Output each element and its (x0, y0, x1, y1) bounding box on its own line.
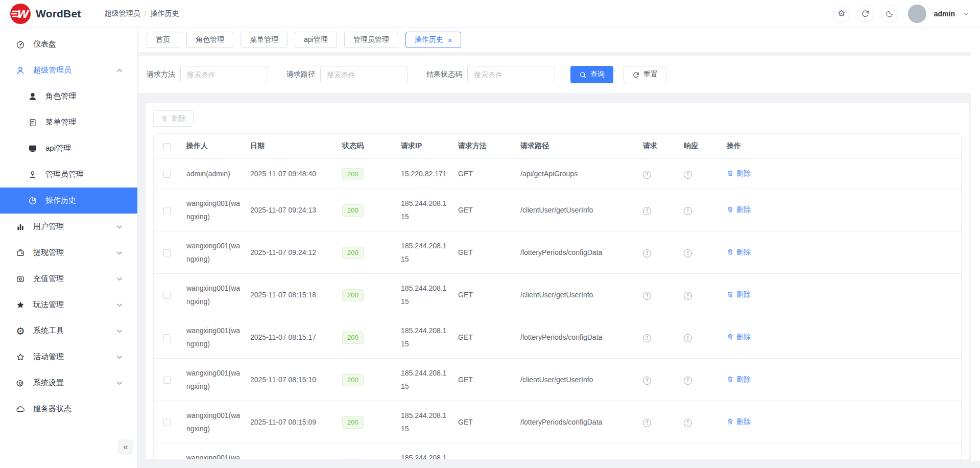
cell-response: ! (680, 159, 723, 189)
tab-label: 操作历史 (415, 35, 443, 44)
row-checkbox[interactable] (163, 292, 171, 299)
row-delete-button[interactable]: 删除 (727, 203, 751, 216)
cell-request: ! (639, 359, 680, 401)
dark-mode-icon[interactable] (881, 5, 898, 22)
row-checkbox[interactable] (163, 249, 171, 256)
request-info-icon[interactable]: ! (643, 292, 651, 300)
table-row: wangxing001(wangxing)2025-11-07 08:15:10… (154, 359, 961, 401)
sidebar-item-api-mgmt[interactable]: api管理 (0, 135, 137, 161)
select-all-checkbox[interactable] (163, 143, 171, 150)
sidebar-item-play-mgmt[interactable]: 玩法管理 (0, 292, 137, 318)
cell-user: wangxing001(wangxing) (182, 401, 246, 443)
sidebar-item-admin-mgmt[interactable]: 管理员管理 (0, 161, 137, 188)
sidebar-item-user-mgmt[interactable]: 用户管理 (0, 214, 137, 240)
cell-method: GET (454, 231, 516, 274)
breadcrumb: 超级管理员 / 操作历史 (105, 9, 179, 18)
response-info-icon[interactable]: ! (684, 207, 692, 215)
row-delete-button[interactable]: 删除 (727, 457, 751, 459)
tab-home[interactable]: 首页 (147, 32, 179, 48)
search-button[interactable]: 查询 (570, 66, 613, 83)
request-info-icon[interactable]: ! (643, 377, 651, 385)
sidebar-item-server-status[interactable]: 服务器状态 (0, 396, 137, 422)
request-info-icon[interactable]: ! (643, 419, 651, 427)
sidebar-item-recharge-mgmt[interactable]: 充值管理 (0, 266, 137, 292)
cell-request: ! (639, 316, 680, 359)
request-info-icon[interactable]: ! (643, 334, 651, 342)
row-delete-button[interactable]: 删除 (727, 288, 751, 301)
chevron-down-icon[interactable] (963, 10, 970, 17)
scrollbar-track[interactable] (971, 28, 980, 461)
row-checkbox[interactable] (163, 419, 171, 426)
table-row: wangxing001(wangxing)2025-11-07 08:15:09… (154, 401, 961, 443)
sidebar-collapse-button[interactable]: « (118, 439, 133, 455)
row-checkbox[interactable] (163, 171, 171, 178)
request-info-icon[interactable]: ! (643, 171, 651, 179)
response-info-icon[interactable]: ! (684, 171, 692, 179)
brand-title: WordBet (36, 8, 81, 20)
row-delete-button[interactable]: 删除 (727, 415, 751, 428)
sidebar-item-system-settings[interactable]: 系统设置 (0, 370, 137, 396)
cell-user: wangxing001(wangxing) (182, 316, 246, 359)
request-info-icon[interactable]: ! (643, 249, 651, 258)
response-info-icon[interactable]: ! (684, 377, 692, 385)
row-delete-button[interactable]: 删除 (727, 330, 751, 343)
refresh-icon[interactable] (857, 5, 874, 22)
row-checkbox[interactable] (163, 334, 171, 341)
response-info-icon[interactable]: ! (684, 249, 692, 258)
sidebar-item-activity-mgmt[interactable]: 活动管理 (0, 344, 137, 370)
cell-request: ! (639, 231, 680, 274)
col-header-date: 日期 (246, 134, 338, 159)
cell-date: 2025-11-07 09:24:13 (246, 189, 338, 231)
cell-date: 2025-11-07 08:15:10 (246, 359, 338, 401)
sidebar-item-label: 仪表盘 (33, 39, 56, 49)
result-status-input[interactable] (467, 66, 555, 83)
sidebar-item-menu-mgmt[interactable]: 菜单管理 (0, 109, 137, 135)
cell-response: ! (680, 359, 723, 401)
request-info-icon[interactable]: ! (643, 207, 651, 215)
tab-role-mgmt[interactable]: 角色管理 (186, 32, 233, 48)
tab-op-history[interactable]: 操作历史× (405, 32, 462, 48)
col-header-response: 响应 (680, 134, 723, 159)
breadcrumb-root[interactable]: 超级管理员 (105, 9, 140, 18)
chevron-down-icon (115, 326, 124, 336)
response-info-icon[interactable]: ! (684, 419, 692, 427)
sidebar-item-op-history[interactable]: 操作历史 (0, 188, 137, 214)
col-header-actions: 操作 (723, 134, 961, 159)
table-header-row: 操作人 日期 状态码 请求IP 请求方法 请求路径 请求 响应 操作 (154, 134, 961, 159)
sidebar-item-role-mgmt[interactable]: 角色管理 (0, 83, 137, 109)
sidebar-item-label: 活动管理 (33, 352, 64, 362)
tab-menu-mgmt[interactable]: 菜单管理 (241, 32, 288, 48)
settings-icon[interactable]: ⚙ (833, 5, 850, 22)
tab-api-mgmt[interactable]: api管理 (295, 32, 337, 48)
row-delete-button[interactable]: 删除 (727, 167, 751, 180)
money-icon (15, 274, 26, 284)
request-path-input[interactable] (320, 66, 408, 83)
sidebar-item-super-admin[interactable]: 超级管理员 (0, 57, 137, 83)
row-checkbox[interactable] (163, 207, 171, 214)
row-delete-label: 删除 (736, 330, 751, 343)
reset-button[interactable]: 重置 (624, 66, 666, 83)
cell-response: ! (680, 443, 723, 460)
bulk-delete-button[interactable]: 删除 (153, 110, 194, 127)
cell-status: 200 (338, 443, 397, 460)
row-delete-button[interactable]: 删除 (727, 245, 751, 259)
user-name[interactable]: admin (934, 10, 955, 18)
tab-admin-mgmt[interactable]: 管理员管理 (344, 32, 398, 48)
response-info-icon[interactable]: ! (684, 334, 692, 342)
cell-method: GET (454, 359, 516, 401)
row-delete-button[interactable]: 删除 (727, 372, 751, 386)
filter-group-result-status: 结果状态码 (426, 66, 555, 83)
request-method-input[interactable] (180, 66, 268, 83)
cell-path: /lotteryPeriods/configData (516, 401, 639, 443)
tab-close-icon[interactable]: × (448, 36, 452, 44)
sidebar: 仪表盘超级管理员角色管理菜单管理api管理管理员管理操作历史用户管理提现管理充值… (0, 28, 138, 468)
response-info-icon[interactable]: ! (684, 292, 692, 300)
row-checkbox[interactable] (163, 377, 171, 384)
sidebar-item-system-tools[interactable]: ⚙系统工具 (0, 318, 137, 344)
sidebar-item-withdraw-mgmt[interactable]: 提现管理 (0, 240, 137, 266)
avatar[interactable] (908, 5, 926, 23)
sidebar-item-dashboard[interactable]: 仪表盘 (0, 31, 137, 57)
cell-actions: 删除 (723, 231, 961, 274)
document-icon (28, 118, 38, 127)
breadcrumb-separator: / (145, 10, 147, 18)
